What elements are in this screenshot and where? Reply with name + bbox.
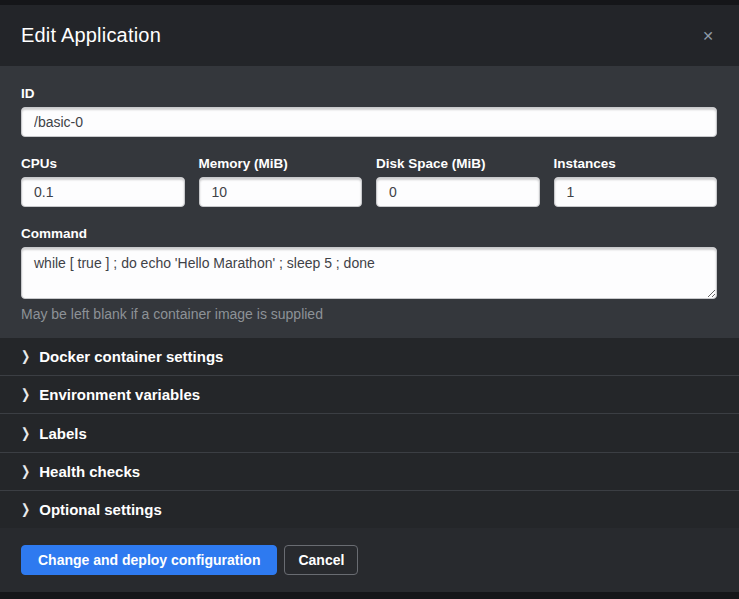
disk-label: Disk Space (MiB): [376, 156, 540, 171]
memory-field-group: Memory (MiB): [199, 156, 363, 207]
section-label: Docker container settings: [39, 348, 223, 365]
edit-application-modal: Edit Application ✕ ID CPUs Memory (MiB) …: [0, 5, 739, 592]
modal-footer: Change and deploy configuration Cancel: [0, 528, 739, 592]
command-textarea[interactable]: while [ true ] ; do echo 'Hello Marathon…: [21, 247, 717, 299]
id-input[interactable]: [21, 107, 717, 137]
command-field-group: Command while [ true ] ; do echo 'Hello …: [21, 226, 717, 322]
command-label: Command: [21, 226, 717, 241]
application-form: ID CPUs Memory (MiB) Disk Space (MiB) In…: [0, 66, 739, 338]
section-docker-container-settings[interactable]: ❯ Docker container settings: [0, 338, 739, 375]
instances-input[interactable]: [554, 177, 718, 207]
settings-accordion: ❯ Docker container settings ❯ Environmen…: [0, 338, 739, 528]
close-icon[interactable]: ✕: [698, 27, 718, 45]
disk-field-group: Disk Space (MiB): [376, 156, 540, 207]
cpus-field-group: CPUs: [21, 156, 185, 207]
chevron-right-icon: ❯: [21, 501, 30, 517]
instances-field-group: Instances: [554, 156, 718, 207]
memory-label: Memory (MiB): [199, 156, 363, 171]
section-environment-variables[interactable]: ❯ Environment variables: [0, 375, 739, 413]
chevron-right-icon: ❯: [21, 348, 30, 364]
section-label: Health checks: [39, 463, 140, 480]
cpus-label: CPUs: [21, 156, 185, 171]
section-label: Optional settings: [39, 501, 162, 518]
change-and-deploy-button[interactable]: Change and deploy configuration: [21, 545, 277, 575]
instances-label: Instances: [554, 156, 718, 171]
section-health-checks[interactable]: ❯ Health checks: [0, 452, 739, 490]
section-label: Labels: [39, 425, 87, 442]
section-optional-settings[interactable]: ❯ Optional settings: [0, 490, 739, 528]
id-field-group: ID: [21, 86, 717, 137]
id-label: ID: [21, 86, 717, 101]
command-help-text: May be left blank if a container image i…: [21, 306, 717, 322]
chevron-right-icon: ❯: [21, 387, 30, 403]
section-labels[interactable]: ❯ Labels: [0, 413, 739, 451]
cpus-input[interactable]: [21, 177, 185, 207]
resources-row: CPUs Memory (MiB) Disk Space (MiB) Insta…: [21, 156, 717, 207]
chevron-right-icon: ❯: [21, 463, 30, 479]
disk-input[interactable]: [376, 177, 540, 207]
chevron-right-icon: ❯: [21, 425, 30, 441]
section-label: Environment variables: [39, 386, 200, 403]
cancel-button[interactable]: Cancel: [284, 545, 358, 575]
modal-header: Edit Application ✕: [0, 5, 739, 66]
page-title: Edit Application: [21, 24, 161, 47]
memory-input[interactable]: [199, 177, 363, 207]
